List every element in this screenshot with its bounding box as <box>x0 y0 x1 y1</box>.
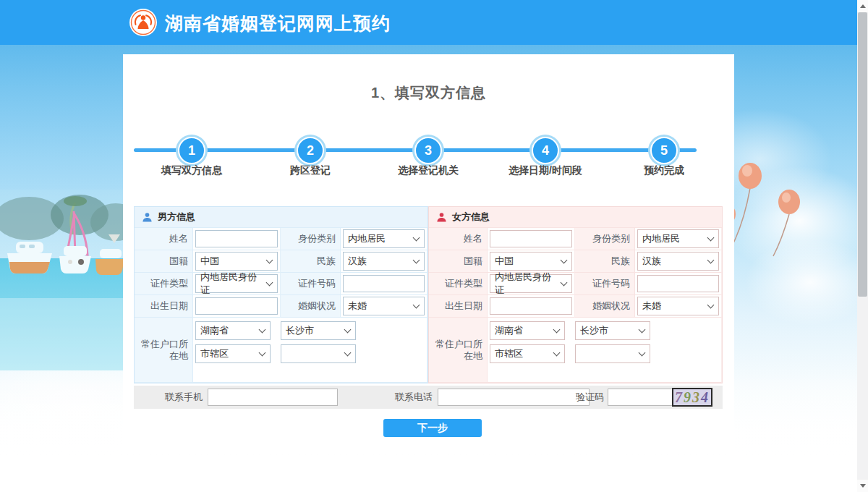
female-district-value: 市辖区 <box>495 347 523 360</box>
female-birth-input[interactable] <box>490 297 572 315</box>
female-cert-type-select[interactable]: 内地居民身份证 <box>490 274 572 293</box>
female-marital-value: 未婚 <box>642 300 661 313</box>
arrow-down-icon <box>860 484 866 488</box>
chevron-down-icon <box>259 326 266 334</box>
marriage-registry-logo-icon <box>129 8 158 37</box>
female-section-header: 女方信息 <box>429 207 722 228</box>
chevron-down-icon <box>266 279 273 287</box>
step-circle-3: 3 <box>414 137 442 164</box>
male-nationality-value: 中国 <box>200 255 219 268</box>
male-city-select[interactable]: 长沙市 <box>281 321 356 340</box>
male-cert-no-label: 证件号码 <box>281 273 341 295</box>
female-ethnicity-value: 汉族 <box>642 255 661 268</box>
male-residence-label: 常住户口所在地 <box>135 318 193 383</box>
female-name-label: 姓名 <box>429 228 488 250</box>
chevron-down-icon <box>707 302 715 309</box>
male-identity-select[interactable]: 内地居民 <box>343 229 425 248</box>
chevron-down-icon <box>266 257 273 264</box>
female-person-icon <box>436 212 447 223</box>
chevron-down-icon <box>413 234 420 242</box>
male-birth-input[interactable] <box>195 297 278 315</box>
female-name-input[interactable] <box>490 230 572 247</box>
scrollbar-thumb[interactable] <box>858 12 867 297</box>
female-identity-select[interactable]: 内地居民 <box>637 229 719 248</box>
captcha-label: 验证码 <box>539 386 604 409</box>
male-ethnicity-label: 民族 <box>281 250 341 273</box>
male-marital-label: 婚姻状况 <box>281 295 341 318</box>
chevron-down-icon <box>561 279 568 287</box>
chevron-down-icon <box>413 257 420 264</box>
next-step-button[interactable]: 下一步 <box>383 419 482 437</box>
page-scrollbar[interactable] <box>857 0 868 492</box>
male-marital-select[interactable]: 未婚 <box>343 297 425 315</box>
male-district-select[interactable]: 市辖区 <box>195 344 271 363</box>
step-label-4: 选择日期/时间段 <box>488 164 603 177</box>
male-section-title: 男方信息 <box>158 211 195 224</box>
step-circle-4: 4 <box>532 137 559 164</box>
female-city-select[interactable]: 长沙市 <box>575 321 650 340</box>
female-cert-type-value: 内地居民身份证 <box>495 271 558 297</box>
female-city-value: 长沙市 <box>580 324 608 337</box>
female-nationality-label: 国籍 <box>429 250 488 273</box>
chevron-down-icon <box>553 349 561 357</box>
male-section-header: 男方信息 <box>135 207 427 228</box>
male-street-select[interactable] <box>281 344 356 363</box>
female-residence-label: 常住户口所在地 <box>429 318 488 383</box>
male-person-icon <box>142 212 153 223</box>
female-identity-label: 身份类别 <box>575 228 635 250</box>
male-province-value: 湖南省 <box>200 324 229 337</box>
captcha-digit: 7 <box>675 389 684 406</box>
male-province-select[interactable]: 湖南省 <box>195 321 271 340</box>
female-cert-no-input[interactable] <box>637 275 719 292</box>
captcha-digit: 3 <box>692 389 701 406</box>
step-label-5: 预约完成 <box>606 164 722 177</box>
chevron-down-icon <box>344 326 352 334</box>
female-province-value: 湖南省 <box>495 324 523 337</box>
female-birth-label: 出生日期 <box>429 295 488 318</box>
female-marital-select[interactable]: 未婚 <box>637 297 719 315</box>
main-panel: 1、填写双方信息 1 2 3 4 5 填写双方信息 跨区登记 选择登记机关 选择… <box>123 54 734 454</box>
male-nationality-select[interactable]: 中国 <box>195 252 278 271</box>
female-nationality-value: 中国 <box>495 255 514 268</box>
male-name-input[interactable] <box>195 230 278 247</box>
male-cert-type-select[interactable]: 内地居民身份证 <box>195 274 278 293</box>
tropical-harbor-illustration <box>0 190 124 370</box>
female-district-select[interactable]: 市辖区 <box>490 344 565 363</box>
captcha-digit: 4 <box>701 389 710 406</box>
male-nationality-label: 国籍 <box>135 250 193 273</box>
captcha-digit: 9 <box>684 389 692 406</box>
site-title: 湖南省婚姻登记网网上预约 <box>165 0 391 45</box>
browser-viewport: 湖南省婚姻登记网网上预约 1、填写双方信息 1 2 3 4 5 填写双方信息 跨… <box>0 0 868 492</box>
step-circle-2: 2 <box>297 137 324 164</box>
arrow-up-icon <box>860 4 866 8</box>
female-identity-value: 内地居民 <box>642 232 680 245</box>
step-label-1: 填写双方信息 <box>134 164 250 177</box>
chevron-down-icon <box>344 349 352 357</box>
male-cert-type-label: 证件类型 <box>135 273 193 295</box>
male-identity-label: 身份类别 <box>281 228 341 250</box>
female-nationality-select[interactable]: 中国 <box>490 252 572 271</box>
male-marital-value: 未婚 <box>348 300 367 313</box>
female-street-select[interactable] <box>575 344 650 363</box>
captcha-image[interactable]: 7934 <box>672 388 712 407</box>
male-ethnicity-select[interactable]: 汉族 <box>343 252 425 271</box>
app-header: 湖南省婚姻登记网网上预约 <box>0 0 868 45</box>
chevron-down-icon <box>707 234 715 242</box>
female-province-select[interactable]: 湖南省 <box>490 321 565 340</box>
chevron-down-icon <box>553 326 561 334</box>
scroll-up-button[interactable] <box>857 0 868 12</box>
scroll-down-button[interactable] <box>857 480 868 492</box>
male-ethnicity-value: 汉族 <box>348 255 367 268</box>
male-cert-no-input[interactable] <box>343 275 425 292</box>
mobile-input[interactable] <box>208 389 338 406</box>
male-name-label: 姓名 <box>135 228 193 250</box>
chevron-down-icon <box>639 349 646 357</box>
female-ethnicity-label: 民族 <box>575 250 635 273</box>
page-title: 1、填写双方信息 <box>123 83 734 103</box>
female-section-title: 女方信息 <box>452 211 490 224</box>
captcha-input[interactable] <box>608 389 674 406</box>
contact-row: 联系手机 联系电话 验证码 7934 <box>134 386 723 409</box>
male-info-section: 男方信息 姓名 身份类别 内地居民 国籍 中国 民族 汉族 证件类型 内地居民身… <box>134 206 428 383</box>
female-ethnicity-select[interactable]: 汉族 <box>637 252 719 271</box>
step-circle-1: 1 <box>178 137 205 164</box>
